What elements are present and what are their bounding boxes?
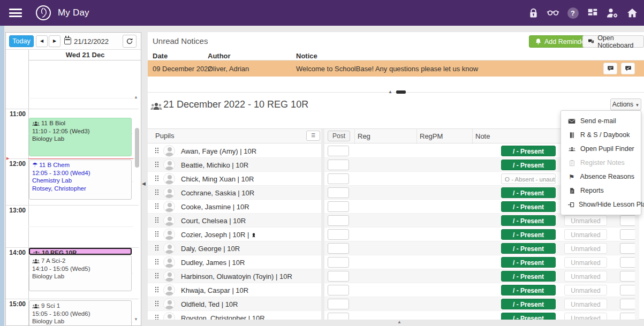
calendar-grid[interactable]: 11:0012:0013:0014:0015:0016:00▶11 B Biol… [6, 60, 141, 326]
reg-mark-button[interactable]: O - Absent - unaut... [501, 173, 556, 184]
regpm-mark-button[interactable]: Unmarked [564, 313, 607, 320]
acknowledge-notice-button[interactable] [621, 63, 635, 74]
regpm-mark-button[interactable]: Unmarked [564, 243, 607, 254]
row-menu-icon[interactable] [155, 273, 160, 279]
row-menu-icon[interactable] [155, 176, 160, 182]
reg-mark-button[interactable]: / - Present [501, 187, 556, 198]
menu-item-open-pupil-finder[interactable]: Open Pupil Finder [561, 142, 641, 156]
note-input[interactable] [620, 299, 635, 309]
note-input[interactable] [620, 257, 635, 268]
splitter-handle[interactable] [396, 90, 406, 94]
view-notice-button[interactable] [603, 63, 617, 74]
splitter-grip-icon[interactable]: ▲ [388, 89, 392, 94]
post-input[interactable] [328, 201, 349, 212]
reg-mark-button[interactable]: / - Present [501, 299, 556, 309]
row-menu-icon[interactable] [155, 231, 160, 238]
calendar-event[interactable]: 10 REG 10R [29, 248, 132, 255]
hamburger-menu-icon[interactable] [9, 9, 22, 17]
pupil-row[interactable]: Court, Chelsea | 10R [148, 214, 321, 228]
calendar-scroll-up-icon[interactable]: ▲ [134, 95, 138, 100]
post-input[interactable] [328, 187, 349, 198]
pupil-row[interactable]: Royston, Christopher | 10R [148, 311, 321, 320]
collapse-sidebar-icon[interactable]: ◀ [142, 181, 146, 186]
pupil-row[interactable]: Cochrane, Saskia | 10R [148, 186, 321, 200]
post-input[interactable] [328, 257, 349, 268]
lock-icon[interactable] [527, 6, 540, 19]
menu-item-show-hide-lesson-plan[interactable]: Show/Hide Lesson Plan [561, 198, 641, 211]
reg-mark-button[interactable]: / - Present [501, 271, 556, 282]
pupil-row[interactable]: Cozier, Joseph | 10R | [148, 228, 321, 241]
note-input[interactable] [620, 271, 635, 282]
reg-mark-button[interactable]: / - Present [501, 215, 556, 226]
post-input[interactable] [328, 160, 349, 170]
note-input[interactable] [620, 229, 635, 240]
row-menu-icon[interactable] [155, 245, 160, 252]
calendar-event[interactable]: ☂11 B Chem12:05 - 13:00 (Wed4)Chemistry … [29, 160, 132, 200]
reg-mark-button[interactable]: / - Present [501, 146, 556, 156]
home-icon[interactable] [626, 6, 639, 19]
menu-item-r-s-daybook[interactable]: R & S / Daybook [561, 128, 641, 142]
today-button[interactable]: Today [9, 35, 34, 47]
reg-mark-button[interactable]: / - Present [501, 285, 556, 295]
post-input[interactable] [328, 271, 349, 282]
post-input[interactable] [328, 313, 349, 320]
calendar-event[interactable]: 7 A Sci-214:10 - 15:05 (Wed5)Biology Lab [29, 255, 132, 291]
spectacles-icon[interactable] [547, 6, 559, 19]
user-settings-icon[interactable] [606, 6, 619, 19]
pupil-row[interactable]: Khwaja, Caspar | 10R [148, 283, 321, 297]
dashboard-icon[interactable] [586, 6, 599, 19]
row-menu-icon[interactable] [155, 287, 160, 293]
post-input[interactable] [328, 299, 349, 309]
regpm-mark-button[interactable]: Unmarked [564, 271, 607, 282]
row-menu-icon[interactable] [155, 315, 160, 320]
menu-item-reports[interactable]: Reports [561, 184, 641, 198]
menu-item-send-e-mail[interactable]: Send e-mail [561, 114, 641, 128]
regpm-mark-button[interactable]: Unmarked [564, 215, 607, 226]
post-input[interactable] [328, 173, 349, 184]
menu-item-absence-reasons[interactable]: ⚑Absence Reasons [561, 170, 641, 184]
reg-mark-button[interactable]: / - Present [501, 229, 556, 240]
pupil-row[interactable]: Cooke, Jasmine | 10R [148, 200, 321, 214]
pupil-row[interactable]: Chick, Ming Xuan | 10R [148, 172, 321, 186]
row-menu-icon[interactable] [155, 259, 160, 266]
row-menu-icon[interactable] [155, 203, 160, 210]
reg-mark-button[interactable]: / - Present [501, 201, 556, 212]
pupil-row[interactable]: Daly, George | 10R [148, 241, 321, 255]
note-input[interactable] [620, 313, 635, 320]
next-day-button[interactable]: ▶ [49, 35, 60, 47]
list-view-icon[interactable]: ☰ [306, 131, 320, 141]
pupil-row[interactable]: Dudley, James | 10R [148, 255, 321, 269]
post-input[interactable] [328, 146, 349, 156]
post-input[interactable] [328, 229, 349, 240]
pupil-row[interactable]: Beattie, Michiko | 10R [148, 158, 321, 172]
row-menu-icon[interactable] [155, 301, 160, 307]
reg-mark-button[interactable]: / - Present [501, 257, 556, 268]
note-input[interactable] [620, 285, 635, 295]
calendar-event[interactable]: 11 B Biol11:10 - 12:05 (Wed3)Biology Lab [29, 118, 132, 156]
reg-mark-button[interactable]: / - Present [501, 313, 556, 320]
date-picker-value[interactable]: 21/12/2022 [74, 37, 109, 46]
note-input[interactable] [620, 243, 635, 254]
reg-mark-button[interactable]: / - Present [501, 160, 556, 170]
pupil-row[interactable]: Oldfield, Ted | 10R [148, 297, 321, 311]
pupil-row[interactable]: Harbinson, Oluwatoyin (Toyin) | 10R [148, 269, 321, 283]
row-menu-icon[interactable] [155, 189, 160, 196]
row-menu-icon[interactable] [155, 162, 160, 168]
reg-mark-button[interactable]: / - Present [501, 243, 556, 254]
pupil-row[interactable]: Awan, Faye (Amy) | 10R [148, 144, 321, 158]
note-input[interactable] [620, 215, 635, 226]
calendar-event[interactable]: 9 Sci 115:05 - 16:00 (Wed6)Biology Lab [29, 300, 132, 326]
actions-button[interactable]: Actions ▼ [610, 98, 641, 110]
regpm-mark-button[interactable]: Unmarked [564, 299, 607, 309]
post-input[interactable] [328, 243, 349, 254]
scroll-up-icon[interactable]: ▲ [397, 320, 401, 324]
regpm-mark-button[interactable]: Unmarked [564, 285, 607, 295]
open-noticeboard-button[interactable]: Open Noticeboard [582, 35, 644, 48]
notice-row[interactable]: 09 December 2022 Oliver, Adrian Welcome … [148, 60, 644, 77]
post-input[interactable] [328, 285, 349, 295]
regpm-mark-button[interactable]: Unmarked [564, 229, 607, 240]
calendar-scroll-down-icon[interactable]: ▼ [134, 317, 138, 322]
post-input[interactable] [328, 215, 349, 226]
row-menu-icon[interactable] [155, 217, 160, 224]
calendar-scrollbar-thumb[interactable] [135, 128, 139, 168]
